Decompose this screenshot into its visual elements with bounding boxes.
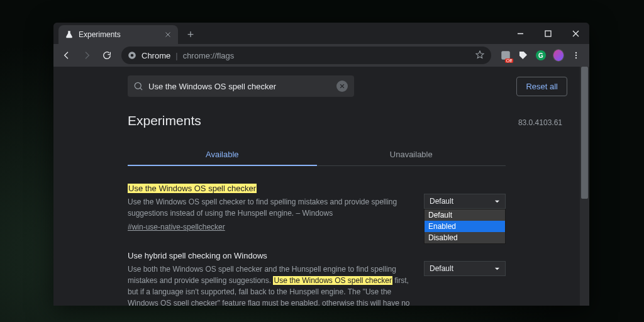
vertical-scrollbar[interactable] [580,67,589,306]
toolbar: Chrome | chrome://flags Off G [53,44,589,67]
browser-tab[interactable]: Experiments [58,25,178,44]
chrome-icon [128,51,136,60]
address-bar[interactable]: Chrome | chrome://flags [121,47,491,64]
flags-search-input[interactable] [148,82,331,91]
flag-anchor-link[interactable]: #win-use-native-spellchecker [128,223,225,231]
page-content: Reset all Experiments 83.0.4103.61 Avail… [53,67,580,306]
url-path: chrome://flags [183,51,235,60]
svg-rect-0 [545,31,551,36]
flask-icon [65,30,74,39]
svg-point-2 [131,54,134,57]
flag-dropdown-menu: Default Enabled Disabled [424,209,506,244]
tab-available[interactable]: Available [128,143,317,165]
url-separator: | [175,51,177,60]
scrollbar-thumb[interactable] [581,67,588,199]
svg-point-4 [575,52,577,53]
window-controls [506,23,589,44]
extension-icons: Off G [496,50,586,61]
tab-unavailable[interactable]: Unavailable [317,143,506,165]
flag-title: Use hybrid spell checking on Windows [128,251,267,260]
minimize-button[interactable] [506,23,534,44]
forward-button[interactable] [77,46,96,65]
url-prefix: Chrome [142,51,170,60]
back-button[interactable] [57,46,76,65]
chrome-version: 83.0.4103.61 [518,118,562,127]
extension-badge: Off [505,58,513,63]
close-window-button[interactable] [562,23,589,44]
flag-row: Use the Windows OS spell checker Use the… [128,182,506,232]
browser-window: Experiments + Chrome | chrome://flags Of… [53,23,589,306]
bookmark-button[interactable] [475,50,485,62]
flag-selected-value: Default [430,197,453,206]
search-icon [134,82,143,91]
highlighted-text: Use the Windows OS spell checker [273,276,392,285]
flag-dropdown[interactable]: Default [424,261,506,276]
close-icon[interactable] [164,31,172,38]
browser-menu-button[interactable] [570,50,582,61]
dropdown-option-default[interactable]: Default [425,209,505,221]
page-viewport: Reset all Experiments 83.0.4103.61 Avail… [53,67,589,306]
extension-tag-icon[interactable] [518,50,529,61]
flag-row: Use hybrid spell checking on Windows Use… [128,250,506,306]
flag-dropdown[interactable]: Default Default Enabled Disabled [424,194,506,209]
extension-off-icon[interactable]: Off [500,50,511,61]
svg-point-6 [575,57,577,58]
tab-title: Experiments [79,30,121,39]
chevron-down-icon [494,266,500,272]
reload-button[interactable] [97,46,116,65]
flag-description: Use both the Windows OS spell checker an… [128,264,411,306]
flag-selected-value: Default [430,264,453,273]
dropdown-option-disabled[interactable]: Disabled [425,232,505,243]
flags-tabs: Available Unavailable [128,143,506,166]
new-tab-button[interactable]: + [182,26,199,43]
svg-point-5 [575,55,577,56]
maximize-button[interactable] [534,23,562,44]
flags-search-box[interactable] [128,75,354,97]
extension-g-icon[interactable]: G [535,50,547,61]
chevron-down-icon [494,199,500,204]
reset-all-button[interactable]: Reset all [516,77,567,96]
titlebar: Experiments + [53,23,589,44]
profile-avatar[interactable] [553,50,564,61]
dropdown-option-enabled[interactable]: Enabled [425,221,505,232]
flag-title: Use the Windows OS spell checker [128,184,257,193]
page-title: Experiments [128,113,201,128]
clear-search-button[interactable] [336,80,348,92]
flag-description: Use the Windows OS spell checker to find… [128,196,411,219]
